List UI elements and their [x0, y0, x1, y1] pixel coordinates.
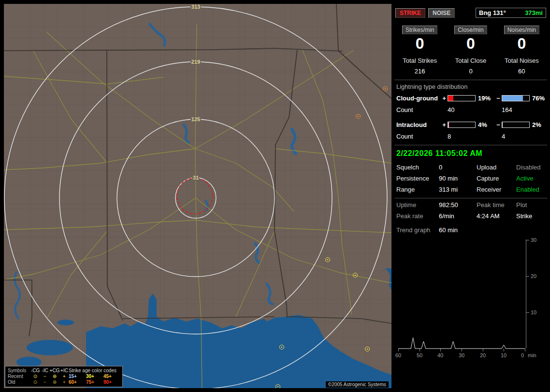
- cloud-ground-label: Cloud-ground: [396, 95, 441, 102]
- datetime-display: 2/22/2026 11:05:02 AM: [396, 149, 547, 158]
- lightning-map[interactable]: 313 219 125 31 Symbols -CG -IC +CG +IC S…: [4, 4, 391, 388]
- cg-positive-count: 40: [448, 106, 476, 113]
- settings-grid: Squelch 0 Upload Disabled Persistence 90…: [394, 164, 547, 193]
- stats-grid: Uptime 982:50 Peak time Plot Peak rate 6…: [394, 201, 547, 220]
- svg-text:20: 20: [531, 273, 536, 279]
- ic-positive-fill: [448, 122, 449, 127]
- separator: [394, 80, 547, 80]
- intracloud-label: Intracloud: [396, 121, 441, 128]
- bearing-range-value: 373mi: [525, 9, 543, 16]
- upload-status: Disabled: [516, 164, 547, 171]
- peak-time-value: 4:24 AM: [477, 212, 516, 220]
- svg-text:min: min: [528, 352, 536, 358]
- total-strikes-value: 216: [394, 68, 445, 75]
- copyright-text: ©2005 Astrogenic Systems: [326, 381, 389, 388]
- plot-value: Strike: [516, 212, 547, 220]
- intracloud-counts: Count 8 4: [396, 133, 547, 140]
- uptime-label: Uptime: [396, 201, 439, 209]
- range-value: 313 mi: [439, 186, 477, 193]
- svg-text:10: 10: [501, 352, 507, 358]
- svg-text:60: 60: [395, 352, 401, 358]
- recent-pos-cg-icon: ⊕: [49, 374, 60, 379]
- plus-sign: +: [441, 121, 448, 128]
- noises-per-min-button[interactable]: Noises/min: [504, 26, 539, 34]
- total-noises-value: 60: [496, 68, 547, 75]
- total-close-label: Total Close: [445, 57, 496, 64]
- minus-sign: −: [495, 95, 502, 102]
- bearing-readout: Bng 131° 373mi: [476, 8, 546, 18]
- age-code-60: 60+: [69, 379, 86, 385]
- old-neg-ic-icon: −: [41, 379, 49, 385]
- svg-text:20: 20: [480, 352, 486, 358]
- trend-tick-labels: 30 20 10 60 50 40 30 20 10 0 min: [395, 238, 536, 358]
- persistence-label: Persistence: [396, 175, 439, 182]
- noises-per-min-value: 0: [496, 35, 547, 52]
- persistence-value: 90 min: [439, 175, 477, 182]
- ic-positive-pct: 4%: [476, 121, 495, 128]
- count-label: Count: [396, 133, 441, 140]
- rate-noises: Noises/min 0 Total Noises 60: [496, 26, 547, 75]
- uptime-value: 982:50: [439, 201, 477, 209]
- strikes-per-min-button[interactable]: Strikes/min: [402, 26, 437, 34]
- capture-status: Active: [516, 175, 547, 182]
- trend-graph-label: Trend graph: [396, 226, 439, 234]
- svg-text:0: 0: [521, 352, 524, 358]
- svg-text:10: 10: [531, 309, 536, 315]
- legend-col-pos-cg: +CG: [49, 368, 60, 374]
- map-svg: 313 219 125 31: [4, 4, 391, 388]
- bearing-value: Bng 131°: [479, 9, 506, 16]
- ic-positive-gauge: [448, 122, 476, 128]
- legend-col-pos-ic: +IC: [60, 368, 69, 374]
- noise-toggle-button[interactable]: NOISE: [428, 8, 455, 18]
- peak-rate-value: 6/min: [439, 212, 477, 220]
- ic-negative-pct: 2%: [530, 121, 547, 128]
- total-noises-label: Total Noises: [496, 57, 547, 64]
- rate-close: Close/min 0 Total Close 0: [445, 26, 496, 75]
- ic-positive-count: 8: [448, 133, 476, 140]
- trend-window-value: 60 min: [439, 226, 477, 234]
- recent-neg-ic-icon: −: [41, 374, 49, 379]
- ic-negative-count: 4: [502, 133, 530, 140]
- ring-label-31: 31: [193, 175, 199, 181]
- peak-time-label: Peak time: [477, 201, 516, 209]
- range-label: Range: [396, 186, 439, 193]
- ring-label-125: 125: [191, 116, 200, 122]
- distribution-title: Lightning type distribution: [396, 83, 547, 90]
- trend-graph: 30 20 10 60 50 40 30 20 10 0 min: [395, 238, 542, 359]
- cg-positive-fill: [448, 96, 453, 101]
- strike-toggle-button[interactable]: STRIKE: [395, 8, 425, 18]
- strikes-per-min-value: 0: [394, 35, 445, 52]
- close-per-min-button[interactable]: Close/min: [454, 26, 487, 34]
- cg-negative-count: 164: [502, 106, 530, 113]
- close-per-min-value: 0: [445, 35, 496, 52]
- age-code-15: 15+: [69, 374, 86, 379]
- rate-strikes: Strikes/min 0 Total Strikes 216: [394, 26, 445, 75]
- separator: [394, 145, 547, 145]
- age-code-45: 45+: [103, 374, 120, 379]
- legend-col-neg-cg: -CG: [30, 368, 41, 374]
- squelch-value: 0: [439, 164, 477, 171]
- legend-recent-row: Recent ⊙ − ⊕ + 15+ 30+ 45+: [8, 374, 120, 379]
- svg-text:30: 30: [531, 238, 536, 243]
- minus-sign: −: [495, 121, 502, 128]
- cg-positive-pct: 19%: [476, 95, 495, 102]
- old-pos-cg-icon: ⊕: [49, 379, 60, 385]
- trend-trace: [398, 338, 525, 349]
- separator: [394, 198, 547, 198]
- svg-text:40: 40: [437, 352, 443, 358]
- age-code-30: 30+: [86, 374, 103, 379]
- strike-legend: Symbols -CG -IC +CG +IC Strike age color…: [5, 366, 123, 387]
- cg-positive-gauge: [448, 95, 476, 101]
- legend-old-label: Old: [8, 379, 30, 385]
- ic-negative-fill: [502, 122, 503, 127]
- ring-label-313: 313: [191, 4, 200, 10]
- receiver-label: Receiver: [477, 186, 516, 193]
- age-codes-title: Strike age color codes: [69, 368, 120, 374]
- legend-recent-label: Recent: [8, 374, 30, 379]
- cg-negative-fill: [502, 96, 523, 101]
- count-label: Count: [396, 106, 441, 113]
- svg-text:30: 30: [459, 352, 464, 358]
- status-panel: STRIKE NOISE Bng 131° 373mi Strikes/min …: [394, 4, 547, 388]
- cg-negative-pct: 76%: [530, 95, 547, 102]
- old-neg-cg-icon: ⊙: [30, 379, 41, 385]
